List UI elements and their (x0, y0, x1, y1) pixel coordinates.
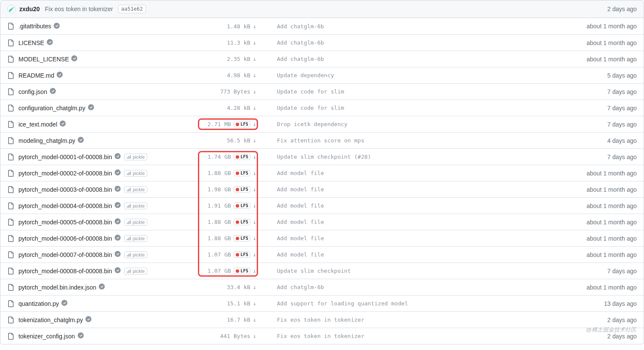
commit-message-cell[interactable]: Update code for slim (256, 88, 564, 95)
file-link[interactable]: config.json (18, 88, 47, 95)
commit-message-cell[interactable]: Add chatglm-6b (256, 23, 564, 30)
file-link[interactable]: pytorch_model-00008-of-00008.bin (18, 268, 112, 275)
commit-message-cell[interactable]: Add model file (256, 251, 564, 258)
file-link[interactable]: ice_text.model (18, 121, 57, 128)
file-row: .gitattributes1.48 kB↓Add chatglm-6babou… (0, 18, 644, 34)
pickle-badge[interactable]: pickle (124, 219, 147, 226)
file-name-cell: configuration_chatglm.py (7, 104, 179, 112)
file-name-cell: modeling_chatglm.py (7, 137, 179, 144)
commit-message-cell[interactable]: Add model file (256, 219, 564, 225)
download-icon[interactable]: ↓ (253, 88, 256, 95)
file-size: 773 Bytes (220, 88, 250, 95)
download-icon[interactable]: ↓ (253, 268, 256, 274)
download-icon[interactable]: ↓ (253, 23, 256, 30)
commit-message-cell[interactable]: Add support for loading quantized model (256, 300, 564, 307)
download-icon[interactable]: ↓ (253, 235, 256, 241)
file-link[interactable]: pytorch_model-00001-of-00008.bin (18, 154, 112, 160)
commit-message-cell[interactable]: Add chatglm-6b (256, 284, 564, 290)
file-size-cell: 773 Bytes↓ (179, 88, 256, 95)
lfs-badge[interactable]: LFS (234, 251, 250, 258)
file-browser: 🧪 zxdu20 Fix eos token in tokenizer aa51… (0, 0, 644, 344)
file-size: 1.07 GB (207, 268, 231, 274)
download-icon[interactable]: ↓ (253, 333, 256, 339)
download-icon[interactable]: ↓ (253, 56, 256, 62)
download-icon[interactable]: ↓ (253, 39, 256, 46)
lfs-badge[interactable]: LFS (234, 202, 250, 209)
commit-hash[interactable]: aa51e62 (118, 5, 146, 13)
file-link[interactable]: pytorch_model-00003-of-00008.bin (18, 186, 112, 193)
lfs-badge[interactable]: LFS (234, 268, 250, 274)
commit-message-cell[interactable]: Fix eos token in tokenizer (256, 317, 564, 323)
pickle-badge[interactable]: pickle (124, 170, 147, 177)
commit-message-cell[interactable]: Drop icetk dependency (256, 121, 564, 127)
file-size: 1.88 GB (207, 219, 231, 225)
commit-message-cell[interactable]: Add model file (256, 170, 564, 176)
file-link[interactable]: quantization.py (18, 300, 59, 307)
lfs-badge[interactable]: LFS (234, 154, 250, 160)
file-link[interactable]: pytorch_model.bin.index.json (18, 284, 96, 291)
commit-message-cell[interactable]: Update code for slim (256, 105, 564, 111)
download-icon[interactable]: ↓ (253, 219, 256, 225)
download-icon[interactable]: ↓ (253, 170, 256, 176)
commit-message-cell[interactable]: Add model file (256, 235, 564, 241)
file-link[interactable]: modeling_chatglm.py (18, 137, 75, 144)
download-icon[interactable]: ↓ (253, 137, 256, 144)
avatar[interactable]: 🧪 (7, 5, 16, 13)
commit-author[interactable]: zxdu20 (19, 6, 39, 12)
file-link[interactable]: README.md (18, 72, 54, 79)
commit-message-cell[interactable]: Update slim checkpoint (#28) (256, 154, 564, 160)
download-icon[interactable]: ↓ (253, 121, 256, 127)
pickle-badge[interactable]: pickle (124, 235, 147, 242)
file-row: pytorch_model-00003-of-00008.binpickle1.… (0, 181, 644, 197)
file-link[interactable]: pytorch_model-00004-of-00008.bin (18, 202, 112, 209)
commit-message-cell[interactable]: Update slim checkpoint (256, 268, 564, 274)
download-icon[interactable]: ↓ (253, 154, 256, 160)
file-link[interactable]: configuration_chatglm.py (18, 105, 85, 112)
download-icon[interactable]: ↓ (253, 300, 256, 307)
file-link[interactable]: tokenization_chatglm.py (18, 317, 83, 323)
download-icon[interactable]: ↓ (253, 251, 256, 258)
download-icon[interactable]: ↓ (253, 284, 256, 290)
file-size-cell: 1.48 kB↓ (179, 23, 256, 30)
file-link[interactable]: pytorch_model-00006-of-00008.bin (18, 235, 112, 242)
commit-message-cell[interactable]: Add chatglm-6b (256, 39, 564, 46)
pickle-badge[interactable]: pickle (124, 268, 147, 275)
pickle-badge[interactable]: pickle (124, 186, 147, 193)
pickle-badge[interactable]: pickle (124, 251, 147, 258)
file-size: 1.48 kB (227, 23, 250, 30)
download-icon[interactable]: ↓ (253, 186, 256, 193)
commit-message-cell[interactable]: Add model file (256, 202, 564, 209)
file-link[interactable]: .gitattributes (18, 23, 51, 30)
file-link[interactable]: tokenizer_config.json (18, 333, 75, 340)
lfs-badge[interactable]: LFS (234, 186, 250, 193)
commit-message[interactable]: Fix eos token in tokenizer (45, 6, 113, 12)
file-link[interactable]: LICENSE (18, 39, 44, 46)
pickle-badge[interactable]: pickle (124, 154, 147, 160)
file-link[interactable]: pytorch_model-00007-of-00008.bin (18, 251, 112, 258)
file-link[interactable]: MODEL_LICENSE (18, 56, 69, 63)
commit-message-cell[interactable]: Add model file (256, 186, 564, 193)
download-icon[interactable]: ↓ (253, 72, 256, 78)
lfs-badge[interactable]: LFS (234, 170, 250, 176)
commit-message-cell[interactable]: Add chatglm-6b (256, 56, 564, 62)
file-row: README.md4.98 kB↓Update dependency5 days… (0, 67, 644, 83)
file-size-cell: 4.28 kB↓ (179, 105, 256, 111)
svg-rect-15 (127, 238, 128, 240)
download-icon[interactable]: ↓ (253, 105, 256, 111)
lfs-badge[interactable]: LFS (234, 235, 250, 241)
commit-message-cell[interactable]: Update dependency (256, 72, 564, 78)
lfs-badge[interactable]: LFS (234, 219, 250, 225)
file-name-cell: config.json (7, 88, 179, 95)
lfs-badge[interactable]: LFS (234, 121, 250, 127)
safe-icon (112, 267, 121, 275)
commit-message-cell[interactable]: Fix attention score on mps (256, 137, 564, 144)
file-time: 4 days ago (564, 137, 637, 144)
download-icon[interactable]: ↓ (253, 317, 256, 323)
pickle-badge[interactable]: pickle (124, 202, 147, 209)
download-icon[interactable]: ↓ (253, 202, 256, 209)
file-link[interactable]: pytorch_model-00002-of-00008.bin (18, 170, 112, 177)
commit-message-cell[interactable]: Fix eos token in tokenizer (256, 333, 564, 339)
file-row: ice_text.model2.71 MBLFS↓Drop icetk depe… (0, 116, 644, 132)
file-link[interactable]: pytorch_model-00005-of-00008.bin (18, 219, 112, 226)
file-row: MODEL_LICENSE2.35 kB↓Add chatglm-6babout… (0, 51, 644, 67)
